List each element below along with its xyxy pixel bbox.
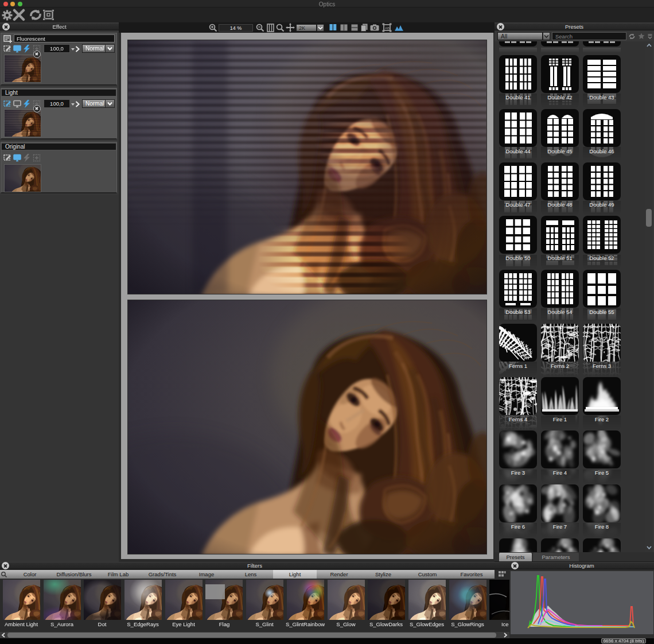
svg-text:AB: AB (385, 26, 390, 30)
